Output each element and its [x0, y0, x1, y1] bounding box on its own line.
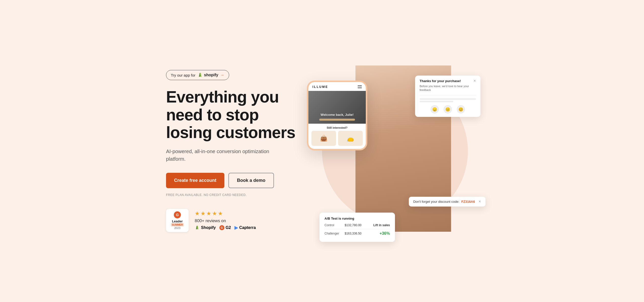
hero-title: Everything you need to stop losing custo…: [166, 88, 297, 141]
hero-subtitle: AI-powered, all-in-one conversion optimi…: [166, 148, 272, 163]
hamburger-menu-icon: [358, 85, 362, 88]
shopify-platform-icon: [195, 225, 200, 230]
hero-buttons: Create free account Book a demo: [166, 173, 297, 188]
happy-emoji: 😊: [458, 107, 463, 112]
g2-leader-text: Leader: [172, 219, 183, 223]
feedback-content-lines: [420, 98, 476, 102]
feedback-line-2: [420, 101, 453, 102]
star-2: ★: [200, 210, 206, 217]
hero-section: Try our app for shopify → Everything you…: [146, 0, 498, 302]
bag-icon-2: 👝: [347, 135, 354, 142]
abtest-divider: [325, 229, 390, 229]
hamburger-line-2: [358, 87, 362, 87]
hamburger-line-1: [358, 85, 362, 86]
abtest-card: A/B Test is running Control $132,780.00 …: [319, 213, 395, 242]
emoji-neutral-button[interactable]: 😐: [444, 105, 452, 113]
feedback-close-button[interactable]: ✕: [473, 79, 476, 83]
phone-product-2: 👝: [338, 131, 363, 146]
shopify-icon: [197, 72, 203, 78]
phone-cta-button: [319, 119, 355, 121]
neutral-emoji: 😐: [445, 107, 450, 112]
emoji-row: 😞 😐 😊: [420, 105, 476, 113]
g2-icon: G: [174, 211, 181, 218]
feedback-divider: [420, 95, 476, 95]
feedback-card-header: Thanks for your purchase! ✕: [420, 79, 476, 83]
discount-code: FZ316A6: [461, 200, 475, 204]
star-5: ★: [218, 210, 223, 217]
phone-welcome-overlay: Welcome back, Julie!: [308, 110, 366, 124]
phone-header: ILLUME: [308, 82, 366, 91]
emoji-happy-button[interactable]: 😊: [457, 105, 465, 113]
capterra-label: Capterra: [239, 225, 256, 230]
shopify-badge-label: Try our app for: [171, 73, 195, 77]
abtest-challenger-row: Challenger $163,336.50 +36%: [325, 231, 390, 236]
phone-mockup: ILLUME Welcome back, Julie! Still intere…: [307, 81, 367, 150]
abtest-title: A/B Test is running: [325, 217, 390, 220]
lift-value: +36%: [380, 231, 390, 236]
shopify-platform-label: Shopify: [201, 225, 216, 230]
g2-platform-icon: G: [219, 225, 224, 230]
reviews-count: 800+ reviews on: [195, 218, 256, 223]
abtest-header-row: Control $132,780.00 Lift in sales: [325, 223, 390, 227]
phone-hero-image: Welcome back, Julie!: [308, 91, 366, 124]
hero-right: ILLUME Welcome back, Julie! Still intere…: [312, 65, 478, 237]
sad-emoji: 😞: [432, 107, 437, 112]
shopify-badge-button[interactable]: Try our app for shopify →: [166, 70, 229, 80]
capterra-platform: ▶ Capterra: [234, 225, 256, 230]
shopify-platform: Shopify: [195, 225, 216, 230]
lift-header: Lift in sales: [373, 223, 390, 227]
feedback-subtitle: Before you leave, we'd love to hear your…: [420, 84, 476, 92]
discount-text: Don't forget your discount code:: [413, 200, 459, 204]
feedback-line-1: [420, 98, 476, 100]
arrow-right-icon: →: [220, 73, 224, 77]
g2-platform-label: G2: [226, 225, 231, 230]
create-account-button[interactable]: Create free account: [166, 173, 224, 188]
emoji-sad-button[interactable]: 😞: [431, 105, 439, 113]
g2-season-text: SUMMER: [171, 223, 184, 226]
g2-year-text: 2023: [174, 226, 180, 229]
phone-brand-text: ILLUME: [312, 85, 328, 89]
discount-close-button[interactable]: ✕: [478, 200, 481, 203]
discount-card: Don't forget your discount code: FZ316A6…: [409, 197, 486, 207]
reviews-block: ★ ★ ★ ★ ★ 800+ reviews on Shopify: [195, 210, 256, 230]
social-proof: G Leader SUMMER 2023 ★ ★ ★ ★ ★ 800+ revi…: [166, 209, 297, 232]
feedback-title: Thanks for your purchase!: [420, 79, 461, 83]
shopify-logo: shopify: [197, 72, 218, 78]
control-value: $132,780.00: [345, 223, 373, 227]
hero-left: Try our app for shopify → Everything you…: [166, 70, 297, 232]
feedback-card: Thanks for your purchase! ✕ Before you l…: [415, 76, 480, 117]
star-4: ★: [212, 210, 217, 217]
phone-products: 👜 👝: [308, 131, 366, 149]
challenger-label: Challenger: [325, 232, 345, 235]
g2-badge: G Leader SUMMER 2023: [166, 209, 189, 232]
bag-icon-1: 👜: [320, 135, 328, 142]
stars-row: ★ ★ ★ ★ ★: [195, 210, 256, 217]
review-platforms: Shopify G G2 ▶ Capterra: [195, 225, 256, 230]
phone-product-1: 👜: [311, 131, 336, 146]
g2-platform: G G2: [219, 225, 231, 230]
free-plan-text: FREE PLAN AVAILABLE. NO CREDIT CARD NEED…: [166, 193, 297, 197]
star-1: ★: [195, 210, 200, 217]
challenger-value: $163,336.50: [345, 232, 380, 235]
hamburger-line-3: [358, 88, 362, 88]
capterra-icon: ▶: [234, 225, 238, 230]
phone-welcome-text: Welcome back, Julie!: [311, 113, 363, 117]
star-3: ★: [206, 210, 211, 217]
shopify-text: shopify: [204, 73, 218, 77]
control-label: Control: [325, 223, 345, 227]
book-demo-button[interactable]: Book a demo: [228, 173, 274, 188]
phone-section-title: Still interested?: [308, 124, 366, 131]
